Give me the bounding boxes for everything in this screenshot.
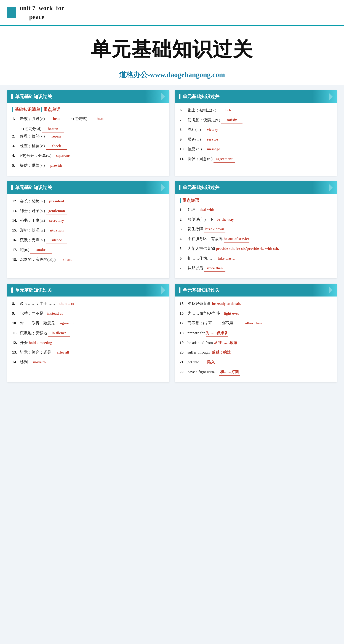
list-item: 2. 顺便说(问)一下 by the way xyxy=(180,216,332,223)
subtitle: 道格办公-www.daogebangong.com xyxy=(7,70,337,80)
list-item: 17. 蛇(n.) snake xyxy=(12,246,164,254)
card-2: 单元基础知识过关 6. 锁上；被锁上(v.) lock 7. 使满意；使满足(v… xyxy=(175,90,337,176)
list-item: 16. 沉默；无声(n.) silence xyxy=(12,236,164,244)
list-item: 10. 对……取得一致意见 agree on xyxy=(12,320,164,327)
list-item: 1. 处理 deal with xyxy=(180,206,332,213)
list-item: 11. 协议；同意(n.) agreement xyxy=(180,155,332,162)
card-header-decoration xyxy=(329,286,333,294)
section-label-basics: 基础知识清单 xyxy=(12,106,40,112)
list-item: 18. 沉默的；寂静的(adj.) silent xyxy=(12,256,164,263)
card-3-title: 单元基础知识过关 xyxy=(15,184,52,190)
list-item: 10. 信息 (n.) message xyxy=(180,146,332,153)
card-3: 单元基础知识过关 12. 会长；总统(n.) president 13. 绅士；… xyxy=(7,181,169,278)
list-item: 4. 不在服务区；有故障 be out of service xyxy=(180,235,332,242)
list-item: 7. 从那以后 since then xyxy=(180,264,332,272)
list-item: 7. 使满意；使满足(v.) satisfy xyxy=(180,116,332,124)
title-area: 单元基础知识过关 道格办公-www.daogebangong.com xyxy=(0,26,344,85)
card-5-header: 单元基础知识过关 xyxy=(7,284,169,296)
list-item: 18. prepare for 为……做准备 xyxy=(180,329,332,337)
card-4-title: 单元基础知识过关 xyxy=(183,184,220,190)
list-item: 3. 检查；检验(v.) check xyxy=(12,142,164,150)
card-header-icon xyxy=(11,288,13,293)
card-5-title: 单元基础知识过关 xyxy=(15,287,52,293)
list-item: 20. suffer through 熬过；挨过 xyxy=(180,349,332,356)
card-1-title: 单元基础知识过关 xyxy=(15,94,52,100)
card-header-icon xyxy=(11,185,13,190)
section-label-phrases: 重点短语 xyxy=(180,198,199,203)
list-item: 1. 击败；胜过(v.) beat →(过去式) beat xyxy=(12,115,164,122)
card-4-header: 单元基础知识过关 xyxy=(175,181,337,194)
list-item: 22. have a fight with… 和……打架 xyxy=(180,368,332,376)
list-item: 19. be adapted from 从/由……改编 xyxy=(180,339,332,346)
card-3-header: 单元基础知识过关 xyxy=(7,181,169,194)
list-item: 12. 会长；总统(n.) president xyxy=(12,198,164,205)
card-1-body: 基础知识清单 重点单词 1. 击败；胜过(v.) beat →(过去式) bea… xyxy=(7,103,169,176)
card-header-icon xyxy=(11,94,13,99)
card-1: 单元基础知识过关 基础知识清单 重点单词 1. 击败；胜过(v.) beat →… xyxy=(7,90,169,176)
card-6: 单元基础知识过关 15. 准备好做某事 be ready to do sth. … xyxy=(175,284,337,382)
list-item-sub: →(过去分词) beaten xyxy=(12,125,164,133)
card-2-header: 单元基础知识过关 xyxy=(175,90,337,103)
list-item: 11. 沉默地；安静地 in silence xyxy=(12,329,164,337)
card-header-icon xyxy=(179,94,180,99)
card-4-body: 重点短语 1. 处理 deal with 2. 顺便说(问)一下 by the … xyxy=(175,194,337,278)
card-header-decoration xyxy=(161,93,165,100)
list-item: 5. 为某人提供某物 provide sth. for sb./provide … xyxy=(180,245,332,252)
card-3-body: 12. 会长；总统(n.) president 13. 绅士；君子(n.) ge… xyxy=(7,194,169,270)
list-item: 3. 发生故障 break down xyxy=(180,226,332,233)
list-item: 6. 锁上；被锁上(v.) lock xyxy=(180,106,332,114)
card-header-decoration xyxy=(329,93,333,100)
card-2-body: 6. 锁上；被锁上(v.) lock 7. 使满意；使满足(v.) satisf… xyxy=(175,103,337,169)
cards-container: 单元基础知识过关 基础知识清单 重点单词 1. 击败；胜过(v.) beat →… xyxy=(0,85,344,388)
list-item: 17. 而不是；(宁可……)也不愿…… rather than xyxy=(180,320,332,327)
header: unit 7 work for peace xyxy=(0,0,344,26)
list-item: 6. 把……作为…… take…as… xyxy=(180,255,332,262)
main-title: 单元基础知识过关 xyxy=(7,36,337,63)
card-header-decoration xyxy=(329,184,333,192)
list-item: 2. 修理；修补(v.) repair xyxy=(12,133,164,140)
list-item: 9. 服务(n.) service xyxy=(180,136,332,143)
list-item: 13. 毕竟；终究；还是 after all xyxy=(12,349,164,356)
list-item: 9. 代替；而不是 instead of xyxy=(12,310,164,317)
list-item: 14. 秘书；干事(n.) secretary xyxy=(12,217,164,224)
list-item: 4. (使)分开，分离(v.) separate xyxy=(12,152,164,159)
list-item: 15. 准备好做某事 be ready to do sth. xyxy=(180,300,332,307)
header-blue-accent xyxy=(7,7,16,18)
card-6-body: 15. 准备好做某事 be ready to do sth. 16. 为……而争… xyxy=(175,296,337,382)
section-label-words: 重点单词 xyxy=(41,106,61,112)
list-item: 13. 绅士；君子(n.) gentleman xyxy=(12,207,164,214)
card-5-body: 8. 多亏……；由于…… thanks to 9. 代替；而不是 instead… xyxy=(7,296,169,372)
list-item: 16. 为……而争吵/争斗 fight over xyxy=(180,310,332,317)
card-6-header: 单元基础知识过关 xyxy=(175,284,337,296)
card-6-title: 单元基础知识过关 xyxy=(183,287,220,293)
list-item: 21. get into 陷入 xyxy=(180,358,332,366)
list-item: 14. 移到 move to xyxy=(12,358,164,366)
card-4: 单元基础知识过关 重点短语 1. 处理 deal with 2. 顺便说(问)一… xyxy=(175,181,337,278)
card-header-icon xyxy=(179,185,180,190)
list-item: 12. 开会 hold a meeting xyxy=(12,339,164,346)
card-header-decoration xyxy=(161,184,165,192)
card-header-icon xyxy=(179,288,180,293)
card-header-decoration xyxy=(161,286,165,294)
card-5: 单元基础知识过关 8. 多亏……；由于…… thanks to 9. 代替；而不… xyxy=(7,284,169,382)
list-item: 5. 提供；供给(v.) provide xyxy=(12,162,164,169)
header-title: unit 7 work for peace xyxy=(20,4,64,22)
card-2-title: 单元基础知识过关 xyxy=(183,94,220,100)
list-item: 8. 多亏……；由于…… thanks to xyxy=(12,300,164,307)
list-item: 8. 胜利(n.) victory xyxy=(180,126,332,133)
list-item: 15. 形势；状况(n.) situation xyxy=(12,227,164,234)
card-1-header: 单元基础知识过关 xyxy=(7,90,169,103)
